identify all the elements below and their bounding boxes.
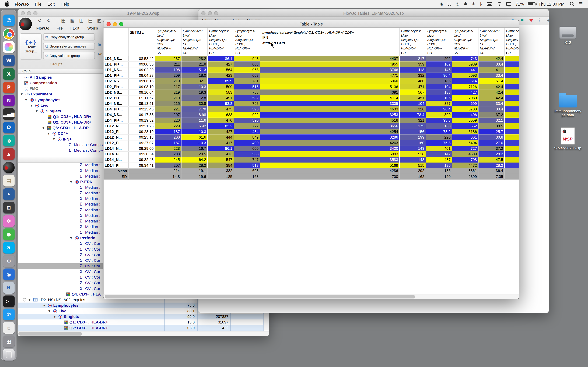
table-cell[interactable]: 104 [426,84,452,90]
add-icon[interactable]: + [546,18,549,23]
table-cell[interactable]: 209 [155,73,181,78]
desktop-icon-x12[interactable]: X12 [556,26,580,45]
shield-icon[interactable] [448,2,451,6]
table-cell[interactable]: 51.4 [478,78,504,84]
expander-icon[interactable]: ▼ [36,108,38,114]
table-cell[interactable]: 992 [234,112,260,118]
table-cell[interactable]: 33.4 [478,106,504,112]
table-cell[interactable]: 413 [207,151,234,157]
btim-cell[interactable]: 09:32:48 [128,157,155,163]
table-row[interactable]: LD12_PI...09:23:19187-10.342748442541567… [104,129,519,134]
menubar-clock[interactable]: Thu 12:00 PM [538,2,564,6]
dock-trash[interactable] [3,349,15,360]
table-cell[interactable]: 27.0 [478,140,504,146]
btim-cell[interactable]: 09:11:57 [128,95,155,101]
sample-name-cell[interactable]: LD14_N... [104,146,128,151]
dock-media-app[interactable]: ▂▄▆ [3,108,15,120]
column-header-stat[interactable]: Lymphocytes/Live/Singlets/ Q3:CD3+ ,HLA-… [155,28,181,56]
horizontal-scrollbar[interactable] [104,294,519,299]
dock-science-app[interactable]: ✦ [3,188,15,200]
dock-facetime[interactable]: ✆ [3,309,15,320]
table-row[interactable]: LD1_PI+...09:04:2320918.0423663477133296… [104,73,519,78]
sample-name-cell[interactable]: LD12_PI... [104,140,128,146]
sample-name-cell[interactable]: LD12_N... [104,123,128,129]
expander-icon[interactable]: ▼ [53,137,55,142]
tree-row[interactable]: Q2: CD3+ , HLA-DR+0.20422 [18,325,263,331]
table-cell[interactable]: 102 [426,61,452,67]
table-cell[interactable]: 532 [234,95,260,101]
table-cell[interactable]: 387 [426,101,452,106]
column-header-hovered[interactable]: Lymphocytes/ Live/ Singlets/ Q3: CD3+ , … [260,28,399,56]
chart-icon[interactable]: ◩ [97,18,101,23]
table-cell[interactable]: 5136 [260,84,399,90]
table-row[interactable]: LD4_PI+...09:19:3222011.6470590451832193… [104,118,519,123]
table-cell[interactable]: 470 [207,118,234,123]
table-cell[interactable]: 849 [234,134,260,140]
table-cell[interactable]: 7080 [452,95,478,101]
table-cell[interactable]: 208 [155,151,181,157]
table-cell[interactable]: 78.4 [399,112,426,118]
table-cell[interactable]: 202 [426,56,452,61]
table-cell[interactable]: 73.2 [426,129,452,134]
search-icon[interactable] [570,1,575,7]
table-cell[interactable]: 359 [399,61,426,67]
table-cell[interactable]: 427 [207,129,234,134]
table-cell[interactable]: 4633 [260,106,399,112]
table-cell[interactable]: 6.42 [181,123,207,129]
btim-cell[interactable]: 09:13:51 [128,101,155,106]
table-cell[interactable]: 547 [207,157,234,163]
table-cell[interactable]: 38.5 [478,123,504,129]
table-cell[interactable]: 660 [234,146,260,151]
table-row[interactable]: LD4_PI+...09:15:452217.70475593463332696… [104,106,519,112]
dock-green-app[interactable]: ● [3,229,15,240]
table-cell[interactable]: 968 [234,67,260,73]
btim-cell[interactable]: 09:02:29 [128,67,155,73]
table-cell[interactable]: 33.4 [478,61,504,67]
table-cell[interactable]: 6186 [452,129,478,134]
control-center-icon[interactable]: ☰ [579,1,583,7]
table-cell[interactable]: 5093 [260,151,399,157]
menu-help[interactable]: Help [61,2,69,6]
sample-name-cell[interactable]: LD14_PI... [104,163,128,168]
table-cell[interactable]: 175 [399,123,426,129]
btim-cell[interactable]: 09:27:07 [128,140,155,146]
table-cell[interactable]: 399 [426,112,452,118]
table-add-icon[interactable]: ▦ [61,18,65,23]
close-icon[interactable] [21,11,25,15]
table-cell[interactable]: 207 [155,112,181,118]
table-cell[interactable]: 661 [452,134,478,140]
table-row[interactable]: LD14_PI...09:30:5420829.5413538509352814… [104,151,519,157]
table-cell[interactable]: 217 [155,84,181,90]
table-cell[interactable]: 5060 [260,78,399,84]
table-cell[interactable]: 187 [155,140,181,146]
close-icon[interactable] [107,22,111,26]
table-cell[interactable]: 6559 [452,118,478,123]
sample-name-cell[interactable]: LD2_NS... [104,78,128,84]
table-cell[interactable]: 185 [426,78,452,84]
dock-flowjo[interactable] [3,162,15,173]
column-header-stat[interactable]: Lymphocytes/Live/Singlets/ Q3:CD3+ ,HLA-… [234,28,260,56]
help-icon[interactable]: ? [538,18,541,23]
table-cell[interactable]: -10.3 [181,129,207,134]
dock-launchpad[interactable]: ▦ [3,335,15,347]
dock-onenote[interactable]: N [3,95,15,106]
table-cell[interactable]: 4407 [260,56,399,61]
btim-cell[interactable]: 08:58:42 [128,56,155,61]
table-cell[interactable]: 798 [234,101,260,106]
table-cell[interactable]: 590 [234,118,260,123]
table-row[interactable]: LD2_PI+...09:11:5721912.8491532511445110… [104,95,519,101]
dock-globe-app[interactable]: ◉ [3,269,15,280]
desktop-icon-immunophenotype[interactable]: Immunophenoty pe data [556,93,580,117]
partial-ribbon-button[interactable]: Re [98,52,102,56]
table-cell[interactable]: 3420 [260,146,399,151]
table-cell[interactable]: 28.2 [478,151,504,157]
table-cell-partial[interactable] [504,90,519,95]
expander-icon[interactable]: ▼ [70,236,72,241]
zoom-icon[interactable] [119,22,123,26]
table-cell[interactable]: 471 [399,84,426,90]
table-cell[interactable]: 3286 [260,134,399,140]
table-cell[interactable]: 32.1 [478,118,504,123]
apple-menu[interactable] [5,1,9,7]
table-cell[interactable]: 5169 [260,163,399,168]
table-cell[interactable]: 441 [452,67,478,73]
